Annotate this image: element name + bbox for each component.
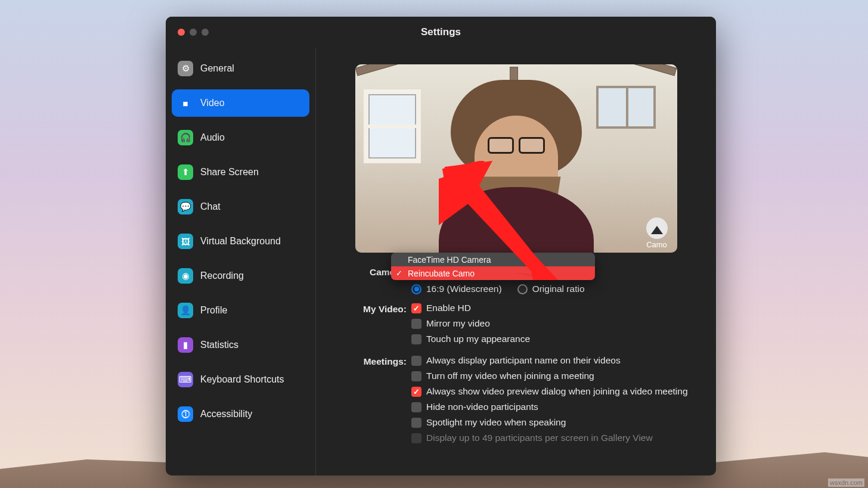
sidebar-item-share-screen[interactable]: ⬆ Share Screen (172, 158, 309, 186)
checkbox-label: Display up to 49 participants per screen… (426, 433, 653, 443)
main-panel: Camo Camera: 16:9 (Widescreen) Original … (316, 48, 716, 475)
maximize-button[interactable] (202, 29, 209, 36)
checkbox-label: Touch up my appearance (426, 334, 530, 344)
keyboard-icon: ⌨ (178, 372, 193, 387)
share-screen-icon: ⬆ (178, 164, 193, 180)
dropdown-option-reincubate-camo[interactable]: ✓ Reincubate Camo (391, 266, 595, 280)
close-button[interactable] (178, 29, 185, 36)
sidebar-item-recording[interactable]: ◉ Recording (172, 262, 309, 290)
video-icon: ■ (178, 95, 193, 111)
sidebar-item-label: Recording (200, 271, 244, 281)
checkbox-turn-off-video[interactable] (411, 371, 421, 381)
radio-16-9[interactable] (411, 284, 421, 294)
sidebar-item-keyboard-shortcuts[interactable]: ⌨ Keyboard Shortcuts (172, 366, 309, 393)
sidebar-item-chat[interactable]: 💬 Chat (172, 193, 309, 220)
room-window (364, 89, 421, 163)
radio-label: Original ratio (532, 284, 585, 294)
dropdown-option-label: Reincubate Camo (408, 269, 475, 278)
window-title: Settings (166, 26, 716, 38)
checkbox-label: Enable HD (426, 303, 471, 313)
sidebar: ⚙ General ■ Video 🎧 Audio ⬆ Share Screen… (166, 48, 316, 475)
titlebar: Settings (166, 17, 716, 48)
window-content: ⚙ General ■ Video 🎧 Audio ⬆ Share Screen… (166, 48, 716, 475)
sidebar-item-label: Profile (200, 305, 227, 316)
record-icon: ◉ (178, 268, 193, 284)
bars-icon: ▮ (178, 337, 193, 353)
checkbox-label: Always display participant name on their… (426, 355, 621, 366)
sidebar-item-label: Virtual Background (200, 236, 281, 247)
radio-label: 16:9 (Widescreen) (426, 284, 502, 294)
chat-icon: 💬 (178, 199, 193, 215)
headphones-icon: 🎧 (178, 130, 193, 145)
checkbox-hide-nonvideo[interactable] (411, 402, 421, 412)
camera-dropdown[interactable]: FaceTime HD Camera ✓ Reincubate Camo (391, 253, 595, 282)
checkbox-touch-up[interactable] (411, 334, 421, 344)
video-settings-form: Camera: 16:9 (Widescreen) Original ratio… (337, 266, 695, 443)
minimize-button[interactable] (190, 29, 197, 36)
image-watermark: wsxdn.com (828, 478, 864, 487)
sidebar-item-statistics[interactable]: ▮ Statistics (172, 331, 309, 359)
sidebar-item-virtual-background[interactable]: 🖼 Virtual Background (172, 228, 309, 255)
person-icon: 👤 (178, 303, 193, 318)
accessibility-icon: ⓵ (178, 406, 193, 422)
picture-icon: 🖼 (178, 234, 193, 249)
checkbox-49-participants (411, 433, 421, 443)
sidebar-item-accessibility[interactable]: ⓵ Accessibility (172, 400, 309, 428)
sidebar-item-label: Statistics (200, 340, 238, 350)
radio-original-ratio[interactable] (517, 284, 528, 294)
room-skylight (596, 86, 656, 129)
check-icon: ✓ (396, 269, 402, 278)
checkbox-display-names[interactable] (411, 356, 421, 366)
sidebar-item-label: Accessibility (200, 409, 252, 419)
meetings-label: Meetings: (337, 355, 408, 443)
camera-dropdown-menu: FaceTime HD Camera ✓ Reincubate Camo (391, 253, 595, 280)
checkbox-label: Hide non-video participants (426, 402, 538, 412)
checkbox-label: Turn off my video when joining a meeting (426, 371, 594, 381)
settings-window: Settings ⚙ General ■ Video 🎧 Audio ⬆ Sha… (166, 17, 716, 475)
sidebar-item-general[interactable]: ⚙ General (172, 55, 309, 82)
camo-label: Camo (646, 240, 667, 249)
camo-watermark: Camo (646, 217, 668, 249)
camo-icon (646, 217, 668, 239)
sidebar-item-label: Chat (200, 201, 221, 212)
window-controls (178, 29, 209, 36)
sidebar-item-label: General (200, 63, 234, 74)
sidebar-item-video[interactable]: ■ Video (172, 89, 309, 117)
sidebar-item-audio[interactable]: 🎧 Audio (172, 124, 309, 151)
dropdown-option-facetime[interactable]: FaceTime HD Camera (391, 253, 595, 266)
checkbox-label: Spotlight my video when speaking (426, 417, 566, 428)
checkbox-video-preview-dialog[interactable] (411, 387, 421, 397)
checkbox-mirror-video[interactable] (411, 319, 421, 329)
checkbox-label: Mirror my video (426, 318, 490, 329)
sidebar-item-label: Audio (200, 132, 225, 143)
person-in-preview (439, 110, 594, 253)
dropdown-option-label: FaceTime HD Camera (408, 255, 491, 265)
video-preview: Camo (355, 64, 677, 253)
sidebar-item-label: Share Screen (200, 167, 259, 178)
gear-icon: ⚙ (178, 61, 193, 76)
checkbox-enable-hd[interactable] (411, 303, 421, 313)
my-video-label: My Video: (337, 303, 408, 344)
checkbox-label: Always show video preview dialog when jo… (426, 386, 688, 397)
sidebar-item-label: Keyboard Shortcuts (200, 374, 284, 385)
sidebar-item-label: Video (200, 98, 225, 108)
checkbox-spotlight[interactable] (411, 418, 421, 428)
sidebar-item-profile[interactable]: 👤 Profile (172, 297, 309, 324)
